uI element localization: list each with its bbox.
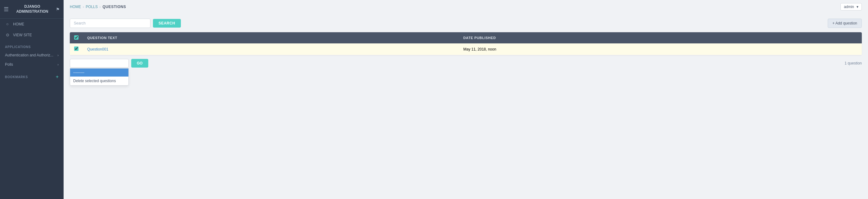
sidebar-header: ☰ DJANGOADMINISTRATION ⚑: [0, 0, 64, 19]
breadcrumb: HOME › POLLS › QUESTIONS: [70, 5, 126, 9]
sidebar-item-polls-label: Polls: [5, 62, 13, 67]
applications-label: APPLICATIONS: [0, 40, 64, 51]
sidebar-item-auth[interactable]: Authentication and Authoriz... ›: [0, 51, 64, 60]
row-checkbox[interactable]: [74, 46, 79, 51]
breadcrumb-polls[interactable]: POLLS: [86, 5, 98, 9]
chevron-right-icon-polls: ›: [57, 63, 59, 66]
hamburger-icon[interactable]: ☰: [4, 6, 9, 13]
search-button[interactable]: SEARCH: [153, 19, 181, 28]
table-cell-date: May 11, 2018, noon: [459, 43, 862, 55]
table-header-checkbox: [70, 32, 83, 43]
user-dropdown[interactable]: admin ▾: [840, 3, 862, 10]
sidebar-item-view-site[interactable]: ⊙ VIEW SITE: [0, 29, 64, 40]
add-question-button[interactable]: + Add question: [828, 19, 862, 28]
search-bar: SEARCH + Add question: [70, 19, 862, 28]
table-row: Question001 May 11, 2018, noon: [70, 43, 862, 55]
main-content: HOME › POLLS › QUESTIONS admin ▾ SEARCH …: [64, 0, 868, 199]
search-input[interactable]: [70, 19, 151, 28]
breadcrumb-home[interactable]: HOME: [70, 5, 81, 9]
go-button[interactable]: GO: [131, 59, 148, 68]
breadcrumb-sep-1: ›: [83, 5, 84, 9]
table-cell-checkbox: [70, 43, 83, 55]
action-row: --------- Delete selected questions GO 1…: [70, 59, 862, 68]
table-header-question-text: QUESTION TEXT: [83, 32, 459, 43]
action-dropdown-menu: --------- Delete selected questions: [70, 68, 129, 86]
home-icon: ○: [5, 22, 10, 26]
content-area: SEARCH + Add question QUESTION TEXT DATE…: [64, 14, 868, 199]
question-link[interactable]: Question001: [87, 47, 108, 52]
action-input[interactable]: [70, 59, 129, 68]
sidebar-item-home[interactable]: ○ HOME: [0, 19, 64, 29]
sidebar: ☰ DJANGOADMINISTRATION ⚑ ○ HOME ⊙ VIEW S…: [0, 0, 64, 199]
bookmarks-section: BOOKMARKS +: [0, 69, 64, 81]
select-all-checkbox[interactable]: [74, 35, 79, 40]
dropdown-item-delete[interactable]: Delete selected questions: [70, 76, 128, 85]
sidebar-title: DJANGOADMINISTRATION: [12, 4, 53, 14]
pin-icon: ⚑: [56, 7, 60, 12]
count-text: 1 question: [845, 61, 862, 65]
questions-table: QUESTION TEXT DATE PUBLISHED Question001…: [70, 32, 862, 55]
sidebar-item-home-label: HOME: [13, 22, 24, 26]
dropdown-item-selected[interactable]: ---------: [70, 68, 128, 76]
view-site-icon: ⊙: [5, 33, 10, 37]
breadcrumb-questions: QUESTIONS: [102, 5, 126, 9]
breadcrumb-sep-2: ›: [100, 5, 100, 9]
sidebar-item-polls[interactable]: Polls ›: [0, 60, 64, 69]
sidebar-item-auth-label: Authentication and Authoriz...: [5, 53, 53, 57]
sidebar-item-view-site-label: VIEW SITE: [13, 33, 32, 37]
action-select-wrapper: --------- Delete selected questions: [70, 59, 129, 68]
bookmarks-label: BOOKMARKS: [5, 75, 28, 79]
table-cell-question: Question001: [83, 43, 459, 55]
user-name: admin: [844, 5, 854, 9]
add-bookmark-icon[interactable]: +: [56, 74, 59, 80]
topbar: HOME › POLLS › QUESTIONS admin ▾: [64, 0, 868, 14]
chevron-right-icon: ›: [57, 53, 59, 57]
table-header-date-published: DATE PUBLISHED: [459, 32, 862, 43]
dropdown-arrow-icon: ▾: [857, 5, 858, 9]
